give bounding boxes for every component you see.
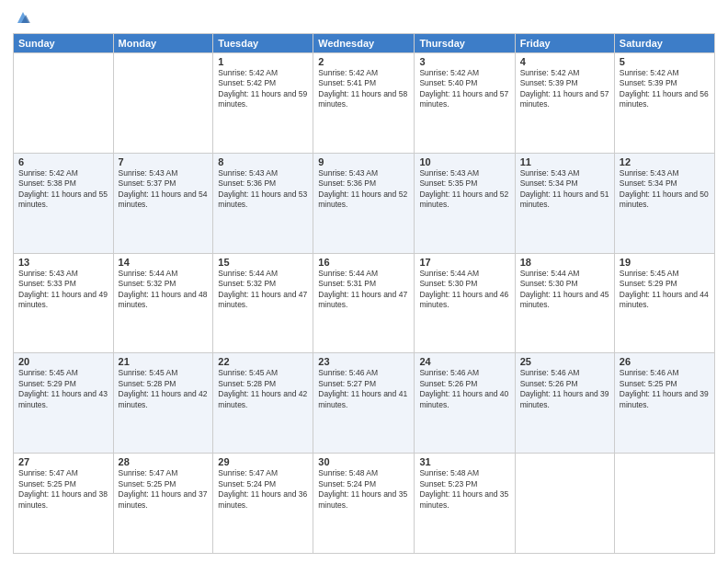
- calendar-body: 1Sunrise: 5:42 AM Sunset: 5:42 PM Daylig…: [14, 53, 715, 554]
- calendar-cell: 11Sunrise: 5:43 AM Sunset: 5:34 PM Dayli…: [515, 153, 614, 253]
- weekday-header: Thursday: [415, 34, 515, 53]
- calendar-cell: 31Sunrise: 5:48 AM Sunset: 5:23 PM Dayli…: [415, 454, 515, 554]
- calendar-cell: 2Sunrise: 5:42 AM Sunset: 5:41 PM Daylig…: [313, 53, 415, 154]
- calendar-cell: 8Sunrise: 5:43 AM Sunset: 5:36 PM Daylig…: [213, 153, 313, 253]
- calendar-cell: 30Sunrise: 5:48 AM Sunset: 5:24 PM Dayli…: [313, 454, 415, 554]
- day-number: 24: [419, 356, 509, 367]
- weekday-header: Friday: [515, 34, 614, 53]
- calendar-cell: 16Sunrise: 5:44 AM Sunset: 5:31 PM Dayli…: [313, 253, 415, 353]
- day-number: 6: [18, 156, 108, 167]
- calendar-week-row: 6Sunrise: 5:42 AM Sunset: 5:38 PM Daylig…: [14, 153, 715, 253]
- calendar-cell: 17Sunrise: 5:44 AM Sunset: 5:30 PM Dayli…: [415, 253, 515, 353]
- day-number: 25: [520, 356, 609, 367]
- day-info: Sunrise: 5:43 AM Sunset: 5:36 PM Dayligh…: [218, 168, 308, 211]
- day-info: Sunrise: 5:48 AM Sunset: 5:24 PM Dayligh…: [318, 468, 409, 511]
- day-number: 4: [520, 56, 609, 67]
- calendar-cell: 23Sunrise: 5:46 AM Sunset: 5:27 PM Dayli…: [313, 353, 415, 454]
- day-info: Sunrise: 5:42 AM Sunset: 5:40 PM Dayligh…: [419, 68, 509, 110]
- day-info: Sunrise: 5:46 AM Sunset: 5:26 PM Dayligh…: [520, 368, 609, 410]
- calendar-week-row: 13Sunrise: 5:43 AM Sunset: 5:33 PM Dayli…: [14, 253, 715, 353]
- calendar-cell: 12Sunrise: 5:43 AM Sunset: 5:34 PM Dayli…: [614, 153, 714, 253]
- day-info: Sunrise: 5:44 AM Sunset: 5:31 PM Dayligh…: [318, 269, 409, 311]
- day-number: 17: [419, 257, 509, 268]
- day-info: Sunrise: 5:43 AM Sunset: 5:34 PM Dayligh…: [620, 168, 710, 211]
- day-number: 16: [318, 257, 409, 268]
- calendar-cell: 29Sunrise: 5:47 AM Sunset: 5:24 PM Dayli…: [213, 454, 313, 554]
- day-info: Sunrise: 5:44 AM Sunset: 5:32 PM Dayligh…: [119, 269, 209, 311]
- day-number: 20: [18, 356, 108, 367]
- day-number: 11: [520, 156, 609, 167]
- day-number: 3: [419, 56, 509, 67]
- day-number: 31: [419, 456, 509, 467]
- calendar-cell: 26Sunrise: 5:46 AM Sunset: 5:25 PM Dayli…: [614, 353, 714, 454]
- weekday-header: Saturday: [614, 34, 714, 53]
- day-info: Sunrise: 5:45 AM Sunset: 5:29 PM Dayligh…: [18, 368, 108, 410]
- calendar-cell: 15Sunrise: 5:44 AM Sunset: 5:32 PM Dayli…: [213, 253, 313, 353]
- day-number: 28: [119, 456, 209, 467]
- day-number: 19: [620, 257, 710, 268]
- day-info: Sunrise: 5:43 AM Sunset: 5:36 PM Dayligh…: [318, 168, 409, 211]
- calendar-week-row: 27Sunrise: 5:47 AM Sunset: 5:25 PM Dayli…: [14, 454, 715, 554]
- day-info: Sunrise: 5:43 AM Sunset: 5:34 PM Dayligh…: [520, 168, 609, 211]
- day-number: 1: [218, 56, 308, 67]
- calendar-cell: [113, 53, 213, 154]
- calendar-cell: 27Sunrise: 5:47 AM Sunset: 5:25 PM Dayli…: [14, 454, 114, 554]
- day-number: 29: [218, 456, 308, 467]
- calendar-cell: 13Sunrise: 5:43 AM Sunset: 5:33 PM Dayli…: [14, 253, 114, 353]
- calendar-cell: [614, 454, 714, 554]
- day-info: Sunrise: 5:48 AM Sunset: 5:23 PM Dayligh…: [419, 468, 509, 511]
- day-info: Sunrise: 5:46 AM Sunset: 5:25 PM Dayligh…: [620, 368, 710, 410]
- calendar-table: SundayMondayTuesdayWednesdayThursdayFrid…: [13, 33, 715, 554]
- calendar-cell: 21Sunrise: 5:45 AM Sunset: 5:28 PM Dayli…: [113, 353, 213, 454]
- day-info: Sunrise: 5:45 AM Sunset: 5:29 PM Dayligh…: [620, 269, 710, 311]
- day-number: 14: [119, 257, 209, 268]
- day-info: Sunrise: 5:46 AM Sunset: 5:26 PM Dayligh…: [419, 368, 509, 410]
- day-number: 5: [620, 56, 710, 67]
- calendar-week-row: 20Sunrise: 5:45 AM Sunset: 5:29 PM Dayli…: [14, 353, 715, 454]
- weekday-header: Monday: [113, 34, 213, 53]
- calendar-cell: 4Sunrise: 5:42 AM Sunset: 5:39 PM Daylig…: [515, 53, 614, 154]
- day-number: 2: [318, 56, 409, 67]
- day-info: Sunrise: 5:42 AM Sunset: 5:39 PM Dayligh…: [520, 68, 609, 110]
- calendar-page: SundayMondayTuesdayWednesdayThursdayFrid…: [0, 0, 728, 563]
- weekday-header: Tuesday: [213, 34, 313, 53]
- calendar-cell: [14, 53, 114, 154]
- calendar-cell: 5Sunrise: 5:42 AM Sunset: 5:39 PM Daylig…: [614, 53, 714, 154]
- calendar-cell: 10Sunrise: 5:43 AM Sunset: 5:35 PM Dayli…: [415, 153, 515, 253]
- day-number: 9: [318, 156, 409, 167]
- calendar-cell: 22Sunrise: 5:45 AM Sunset: 5:28 PM Dayli…: [213, 353, 313, 454]
- calendar-cell: 14Sunrise: 5:44 AM Sunset: 5:32 PM Dayli…: [113, 253, 213, 353]
- calendar-cell: 7Sunrise: 5:43 AM Sunset: 5:37 PM Daylig…: [113, 153, 213, 253]
- day-info: Sunrise: 5:47 AM Sunset: 5:24 PM Dayligh…: [218, 468, 308, 511]
- day-info: Sunrise: 5:44 AM Sunset: 5:30 PM Dayligh…: [419, 269, 509, 311]
- weekday-header: Wednesday: [313, 34, 415, 53]
- day-number: 7: [119, 156, 209, 167]
- header: [13, 9, 715, 26]
- calendar-cell: 3Sunrise: 5:42 AM Sunset: 5:40 PM Daylig…: [415, 53, 515, 154]
- day-number: 26: [620, 356, 710, 367]
- day-info: Sunrise: 5:46 AM Sunset: 5:27 PM Dayligh…: [318, 368, 409, 410]
- day-number: 10: [419, 156, 509, 167]
- day-info: Sunrise: 5:45 AM Sunset: 5:28 PM Dayligh…: [218, 368, 308, 410]
- calendar-cell: 24Sunrise: 5:46 AM Sunset: 5:26 PM Dayli…: [415, 353, 515, 454]
- day-info: Sunrise: 5:43 AM Sunset: 5:37 PM Dayligh…: [119, 168, 209, 211]
- calendar-cell: 20Sunrise: 5:45 AM Sunset: 5:29 PM Dayli…: [14, 353, 114, 454]
- day-number: 15: [218, 257, 308, 268]
- calendar-cell: 9Sunrise: 5:43 AM Sunset: 5:36 PM Daylig…: [313, 153, 415, 253]
- day-info: Sunrise: 5:44 AM Sunset: 5:32 PM Dayligh…: [218, 269, 308, 311]
- day-info: Sunrise: 5:42 AM Sunset: 5:38 PM Dayligh…: [18, 168, 108, 211]
- calendar-cell: 1Sunrise: 5:42 AM Sunset: 5:42 PM Daylig…: [213, 53, 313, 154]
- day-info: Sunrise: 5:43 AM Sunset: 5:35 PM Dayligh…: [419, 168, 509, 211]
- weekday-header: Sunday: [14, 34, 114, 53]
- calendar-cell: 28Sunrise: 5:47 AM Sunset: 5:25 PM Dayli…: [113, 454, 213, 554]
- logo: [13, 9, 35, 26]
- day-info: Sunrise: 5:47 AM Sunset: 5:25 PM Dayligh…: [119, 468, 209, 511]
- day-info: Sunrise: 5:44 AM Sunset: 5:30 PM Dayligh…: [520, 269, 609, 311]
- day-number: 13: [18, 257, 108, 268]
- day-number: 18: [520, 257, 609, 268]
- day-info: Sunrise: 5:43 AM Sunset: 5:33 PM Dayligh…: [18, 269, 108, 311]
- calendar-header-row: SundayMondayTuesdayWednesdayThursdayFrid…: [14, 34, 715, 53]
- day-number: 12: [620, 156, 710, 167]
- day-number: 23: [318, 356, 409, 367]
- day-number: 21: [119, 356, 209, 367]
